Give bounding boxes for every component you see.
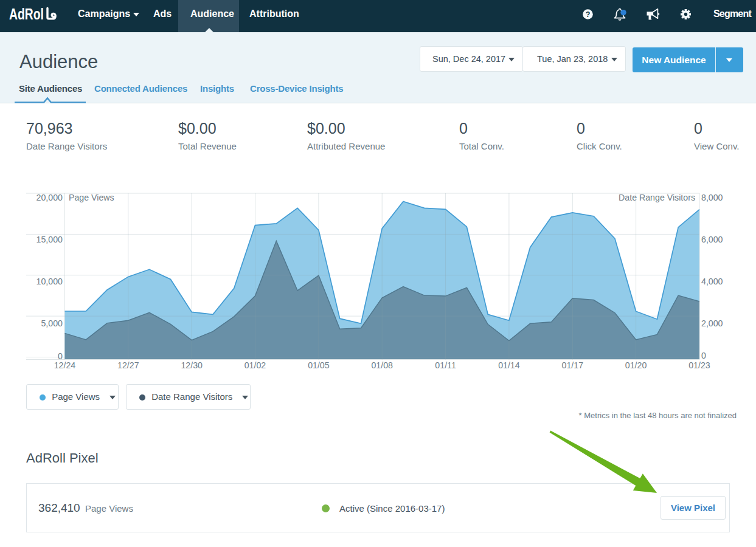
svg-text:8,000: 8,000 (701, 193, 723, 202)
svg-text:12/27: 12/27 (117, 360, 139, 370)
svg-text:01/02: 01/02 (244, 360, 266, 370)
svg-text:2,000: 2,000 (701, 318, 723, 328)
svg-text:Page Views: Page Views (69, 193, 114, 202)
svg-text:0: 0 (58, 351, 63, 361)
svg-text:12/30: 12/30 (181, 360, 203, 370)
svg-text:12/24: 12/24 (54, 360, 76, 370)
svg-text:6,000: 6,000 (701, 235, 723, 244)
svg-text:Date Range Visitors: Date Range Visitors (619, 193, 695, 202)
svg-text:20,000: 20,000 (36, 193, 63, 202)
svg-text:01/11: 01/11 (435, 360, 456, 370)
svg-text:01/23: 01/23 (688, 360, 710, 370)
svg-text:01/05: 01/05 (308, 360, 330, 370)
svg-text:5,000: 5,000 (41, 318, 63, 328)
svg-text:15,000: 15,000 (36, 235, 63, 244)
svg-text:4,000: 4,000 (701, 277, 723, 286)
svg-text:01/14: 01/14 (498, 360, 520, 370)
svg-text:01/08: 01/08 (371, 360, 393, 370)
svg-text:01/17: 01/17 (562, 360, 584, 370)
svg-text:0: 0 (701, 351, 706, 360)
svg-text:10,000: 10,000 (36, 277, 63, 286)
svg-text:01/20: 01/20 (625, 360, 647, 370)
